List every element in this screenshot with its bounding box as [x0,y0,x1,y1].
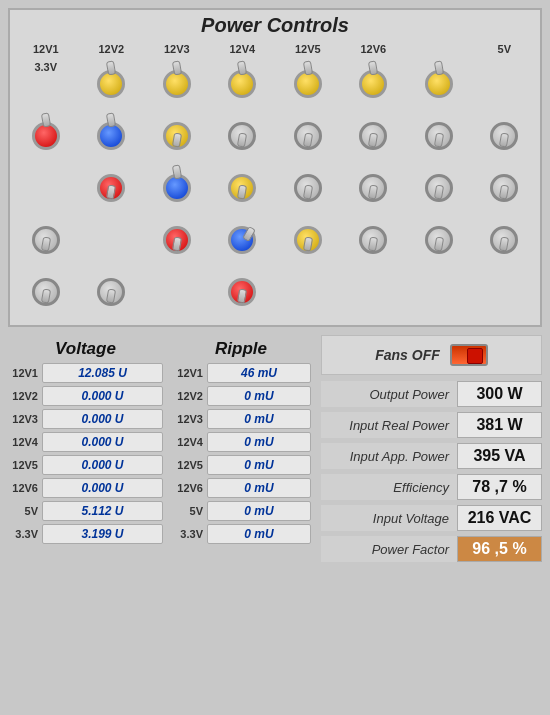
ripple-value-12v4: 0 mU [207,432,311,452]
switch-r3c1[interactable] [211,163,275,213]
stat-value-efficiency: 78 ,7 % [457,474,542,500]
volt-label-12v5: 12V5 [8,459,38,471]
switch-r3c5[interactable] [473,163,537,213]
col-header-12v5: 12V5 [276,41,340,57]
ripple-value-12v5: 0 mU [207,455,311,475]
stat-input-real-power: Input Real Power 381 W [321,412,542,438]
stat-label-input-app-power: Input App. Power [321,449,457,464]
voltage-title: Voltage [8,335,163,363]
ripple-row-12v5: 12V5 0 mU [171,455,311,475]
stat-label-input-real-power: Input Real Power [321,418,457,433]
col-header-5v: 5V [473,41,537,57]
stat-power-factor: Power Factor 96 ,5 % [321,536,542,562]
volt-value-12v3: 0.000 U [42,409,163,429]
switch-r1c8[interactable] [14,111,78,161]
switch-r4c3[interactable] [407,215,471,265]
ripple-label-12v2: 12V2 [171,390,203,402]
col-header-12v4: 12V4 [211,41,275,57]
col-header-12v6: 12V6 [342,41,406,57]
ripple-row-12v1: 12V1 46 mU [171,363,311,383]
switch-r2c2[interactable] [211,111,275,161]
switch-r2c9[interactable] [145,163,209,213]
ripple-row-5v: 5V 0 mU [171,501,311,521]
ripple-value-12v3: 0 mU [207,409,311,429]
switch-r2-empty [14,163,78,213]
stat-label-input-voltage: Input Voltage [321,511,457,526]
fans-label: Fans OFF [375,347,440,363]
switch-r4c1[interactable] [276,215,340,265]
switch-r4-empty [145,267,209,317]
switch-r2c8[interactable] [80,163,144,213]
volt-row-12v1: 12V1 12.085 U [8,363,163,383]
switch-r4c6[interactable] [80,267,144,317]
switch-r2c4[interactable] [342,111,406,161]
fans-switch[interactable] [450,344,488,366]
switch-r3c3[interactable] [342,163,406,213]
switch-r3c6[interactable] [14,215,78,265]
volt-row-12v4: 12V4 0.000 U [8,432,163,452]
switch-r2c5[interactable] [407,111,471,161]
stat-label-output-power: Output Power [321,387,457,402]
ripple-label-12v1: 12V1 [171,367,203,379]
switch-r4c4[interactable] [473,215,537,265]
switch-r4c5[interactable] [14,267,78,317]
volt-row-12v5: 12V5 0.000 U [8,455,163,475]
switch-r2c1[interactable] [145,111,209,161]
stat-value-input-app-power: 395 VA [457,443,542,469]
power-controls-panel: Power Controls 12V1 12V2 12V3 12V4 12V5 … [8,8,542,327]
switch-r3c8[interactable] [145,215,209,265]
ripple-row-12v6: 12V6 0 mU [171,478,311,498]
switch-r3c2[interactable] [276,163,340,213]
switch-r1c4[interactable] [276,59,340,109]
switch-r1c5[interactable] [342,59,406,109]
volt-value-12v6: 0.000 U [42,478,163,498]
fans-area: Fans OFF [321,335,542,375]
switch-r1c3[interactable] [211,59,275,109]
switch-r2c6[interactable] [473,111,537,161]
right-panel: Fans OFF Output Power 300 W Input Real P… [321,335,542,565]
switch-r1c6[interactable] [407,59,471,109]
voltage-panel: Voltage 12V1 12.085 U 12V2 0.000 U 12V3 … [8,335,163,565]
volt-value-33v: 3.199 U [42,524,163,544]
switch-r2c3[interactable] [276,111,340,161]
ripple-title: Ripple [171,335,311,363]
switch-r3c4[interactable] [407,163,471,213]
panel-title: Power Controls [14,14,536,37]
ripple-row-33v: 3.3V 0 mU [171,524,311,544]
col-header-33v: 3.3V [14,59,78,109]
switches-grid: 12V1 12V2 12V3 12V4 12V5 12V6 5V 3.3V [14,41,536,317]
volt-row-12v3: 12V3 0.000 U [8,409,163,429]
switch-r1c9[interactable] [80,111,144,161]
ripple-label-12v3: 12V3 [171,413,203,425]
volt-value-12v5: 0.000 U [42,455,163,475]
volt-value-5v: 5.112 U [42,501,163,521]
switch-r4c9 [276,267,340,317]
stat-input-app-power: Input App. Power 395 VA [321,443,542,469]
switch-r4c2[interactable] [342,215,406,265]
stat-value-input-voltage: 216 VAC [457,505,542,531]
switch-r1c2[interactable] [145,59,209,109]
volt-row-33v: 3.3V 3.199 U [8,524,163,544]
volt-value-12v4: 0.000 U [42,432,163,452]
ripple-value-5v: 0 mU [207,501,311,521]
col-header-12v2: 12V2 [80,41,144,57]
switch-r1c1[interactable] [80,59,144,109]
ripple-row-12v3: 12V3 0 mU [171,409,311,429]
volt-row-12v2: 12V2 0.000 U [8,386,163,406]
switch-r3c9[interactable] [211,215,275,265]
volt-label-33v: 3.3V [8,528,38,540]
stat-value-input-real-power: 381 W [457,412,542,438]
col-header-12v3: 12V3 [145,41,209,57]
volt-row-12v6: 12V6 0.000 U [8,478,163,498]
volt-value-12v2: 0.000 U [42,386,163,406]
stat-efficiency: Efficiency 78 ,7 % [321,474,542,500]
ripple-value-12v1: 46 mU [207,363,311,383]
stat-value-power-factor: 96 ,5 % [457,536,542,562]
switch-r1-empty [473,59,537,109]
volt-label-12v6: 12V6 [8,482,38,494]
volt-row-5v: 5V 5.112 U [8,501,163,521]
switch-r4c8[interactable] [211,267,275,317]
ripple-label-12v4: 12V4 [171,436,203,448]
ripple-value-33v: 0 mU [207,524,311,544]
volt-label-12v2: 12V2 [8,390,38,402]
